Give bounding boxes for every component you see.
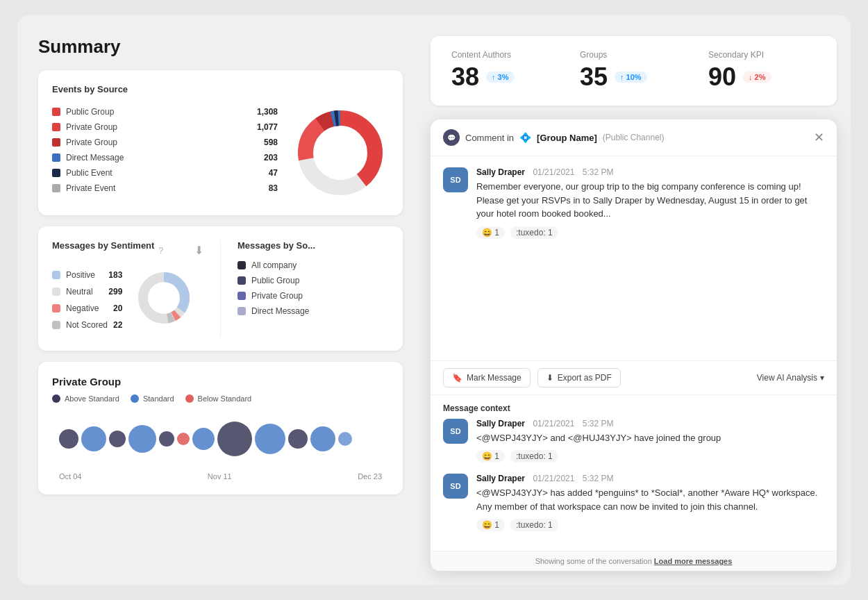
context-meta-1: Sally Draper 01/21/2021 5:32 PM bbox=[476, 474, 824, 483]
reaction-1[interactable]: :tuxedo: 1 bbox=[510, 226, 558, 239]
kpi-badge-0: ↑ 3% bbox=[486, 72, 514, 83]
view-analysis-label: View AI Analysis bbox=[757, 373, 817, 383]
kpi-value-row-2: 90 ↓ 2% bbox=[708, 62, 816, 92]
view-analysis-button[interactable]: View AI Analysis ▾ bbox=[757, 373, 824, 383]
sentiment-inner: Positive 183 Neutral 299 Negative 20 bbox=[52, 270, 203, 337]
sentiment-items: Positive 183 Neutral 299 Negative 20 bbox=[52, 270, 122, 337]
main-message-avatar: SD bbox=[443, 167, 468, 192]
legend-label-1: Private Group bbox=[66, 122, 246, 132]
kpi-label-1: Groups bbox=[580, 50, 687, 60]
modal-group-name: [Group Name] bbox=[537, 133, 597, 143]
main-message-text: Remember everyone, our group trip to the… bbox=[476, 180, 824, 221]
source-allcompany: All company bbox=[237, 260, 389, 270]
kpi-badge-1: ↑ 10% bbox=[615, 72, 647, 83]
sentiment-left: Messages by Sentiment ? ⬇ Positive 183 N bbox=[52, 240, 215, 337]
context-author-1: Sally Draper bbox=[476, 474, 525, 483]
source-publicgroup: Public Group bbox=[237, 276, 389, 285]
ctx-reaction-1-1[interactable]: :tuxedo: 1 bbox=[510, 519, 558, 531]
modal-close-button[interactable]: ✕ bbox=[814, 131, 824, 144]
allcompany-dot bbox=[237, 261, 246, 269]
bubble-legend: Above Standard Standard Below Standard bbox=[52, 394, 389, 403]
negative-value: 20 bbox=[113, 303, 122, 313]
reaction-0[interactable]: 😄 1 bbox=[476, 226, 505, 239]
negative-label: Negative bbox=[66, 303, 108, 313]
context-time-0: 5:32 PM bbox=[583, 419, 614, 428]
legend-dot-3 bbox=[52, 153, 60, 162]
kpi-label-2: Secondary KPI bbox=[708, 50, 816, 60]
source-directmessage: Direct Message bbox=[237, 306, 389, 316]
chevron-down-icon: ▾ bbox=[820, 373, 824, 383]
context-author-0: Sally Draper bbox=[476, 419, 525, 428]
download-icon[interactable]: ⬇ bbox=[194, 244, 203, 257]
kpi-content-authors: Content Authors 38 ↑ 3% bbox=[451, 50, 559, 92]
left-panel: Summary Events by Source Public Group 1,… bbox=[17, 15, 417, 585]
messages-by-source-title: Messages by So... bbox=[237, 240, 389, 251]
ctx-reaction-1-0[interactable]: 😄 1 bbox=[476, 519, 505, 531]
private-group-card: Private Group Above Standard Standard Be… bbox=[38, 362, 403, 494]
context-date-0: 01/21/2021 bbox=[533, 419, 574, 428]
bubble-12 bbox=[338, 432, 352, 446]
legend-dot-0 bbox=[52, 108, 60, 116]
ctx-reaction-0-0[interactable]: 😄 1 bbox=[476, 450, 505, 462]
messages-by-source: Messages by So... All company Public Gro… bbox=[226, 240, 389, 337]
kpi-groups: Groups 35 ↑ 10% bbox=[580, 50, 687, 92]
legend-dot-1 bbox=[52, 123, 60, 131]
modal-main-message-area: SD Sally Draper 01/21/2021 5:32 PM Remem… bbox=[431, 156, 837, 360]
negative-dot bbox=[52, 304, 60, 312]
main-message-block: SD Sally Draper 01/21/2021 5:32 PM Remem… bbox=[443, 167, 824, 239]
modal-prefix: Comment in bbox=[465, 133, 514, 143]
legend-dot-4 bbox=[52, 169, 60, 177]
legend-value-2: 598 bbox=[264, 138, 278, 147]
legend-label-0: Public Group bbox=[66, 107, 246, 117]
modal-header: 💬 Comment in 💠 [Group Name] (Public Chan… bbox=[431, 119, 837, 156]
notscored-value: 22 bbox=[113, 320, 122, 330]
legend-item-1: Private Group 1,077 bbox=[52, 122, 278, 132]
context-meta-0: Sally Draper 01/21/2021 5:32 PM bbox=[476, 419, 824, 428]
kpi-secondary: Secondary KPI 90 ↓ 2% bbox=[708, 50, 816, 92]
kpi-number-1: 35 bbox=[580, 62, 608, 92]
context-time-1: 5:32 PM bbox=[583, 474, 614, 483]
legend-item-5: Private Event 83 bbox=[52, 183, 278, 193]
bubble-6 bbox=[177, 433, 190, 445]
bubble-9 bbox=[255, 424, 285, 454]
below-standard-label: Below Standard bbox=[198, 394, 252, 403]
date-nov: Nov 11 bbox=[208, 472, 232, 481]
mark-message-button[interactable]: 🔖 Mark Message bbox=[443, 368, 531, 388]
load-more-link[interactable]: Load more messages bbox=[654, 557, 733, 565]
bubble-3 bbox=[109, 431, 126, 447]
page-title: Summary bbox=[38, 36, 403, 58]
context-text-0: <@WSPJ43YJY> and <@HUJ43YJY> have joined… bbox=[476, 431, 824, 445]
legend-value-4: 47 bbox=[269, 168, 278, 178]
directmessage-label: Direct Message bbox=[251, 306, 309, 316]
bubble-4 bbox=[128, 425, 156, 453]
bubble-above-standard: Above Standard bbox=[52, 394, 119, 403]
export-pdf-button[interactable]: ⬇ Export as PDF bbox=[537, 368, 621, 388]
bubble-1 bbox=[59, 429, 78, 449]
privategroup-dot bbox=[237, 292, 246, 300]
below-standard-dot bbox=[185, 394, 194, 403]
legend-label-5: Private Event bbox=[66, 183, 258, 193]
message-context-label: Message context bbox=[431, 394, 837, 419]
neutral-value: 299 bbox=[108, 287, 122, 297]
kpi-value-row-1: 35 ↑ 10% bbox=[580, 62, 687, 92]
sentiment-notscored: Not Scored 22 bbox=[52, 320, 122, 330]
group-emoji: 💠 bbox=[519, 132, 531, 143]
private-group-title: Private Group bbox=[52, 376, 389, 388]
bubble-standard: Standard bbox=[131, 394, 174, 403]
legend-item-3: Direct Message 203 bbox=[52, 153, 278, 162]
allcompany-label: All company bbox=[251, 260, 297, 270]
events-donut-chart bbox=[292, 104, 389, 201]
publicgroup-label: Public Group bbox=[251, 276, 299, 285]
sentiment-help-icon[interactable]: ? bbox=[158, 246, 163, 256]
main-date: 01/21/2021 bbox=[533, 167, 574, 177]
context-avatar-1: SD bbox=[443, 474, 468, 499]
bubble-7 bbox=[192, 428, 215, 450]
sentiment-title: Messages by Sentiment bbox=[52, 240, 154, 251]
modal-channel-label: (Public Channel) bbox=[603, 133, 665, 142]
context-content-1: Sally Draper 01/21/2021 5:32 PM <@WSPJ43… bbox=[476, 474, 824, 531]
events-by-source-title: Events by Source bbox=[52, 84, 389, 94]
kpi-label-0: Content Authors bbox=[451, 50, 559, 60]
ctx-reaction-0-1[interactable]: :tuxedo: 1 bbox=[510, 450, 558, 462]
load-more-bar: Showing some of the conversation Load mo… bbox=[431, 551, 837, 571]
events-card-inner: Public Group 1,308 Private Group 1,077 P… bbox=[52, 104, 389, 201]
